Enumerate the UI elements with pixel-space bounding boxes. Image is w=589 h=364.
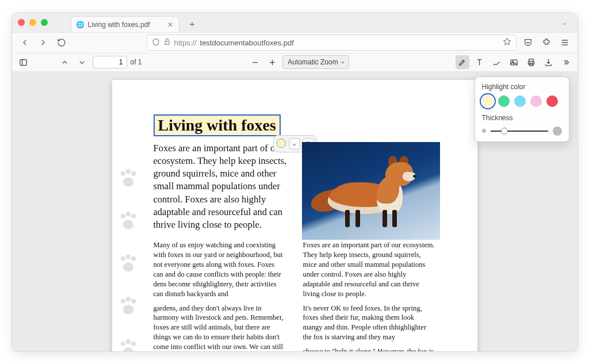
close-window-button[interactable] xyxy=(18,19,25,26)
pocket-icon[interactable] xyxy=(521,36,535,49)
thickness-label: Thickness xyxy=(482,114,562,122)
navigation-toolbar: https://testdocumentaboutfoxes.pdf xyxy=(12,33,577,53)
more-tools-button[interactable] xyxy=(559,55,573,69)
svg-point-16 xyxy=(125,254,130,258)
svg-point-26 xyxy=(123,347,133,351)
image-tool-button[interactable] xyxy=(507,55,521,69)
tabs-overflow-button[interactable]: ⌄ xyxy=(557,19,572,26)
svg-point-22 xyxy=(123,305,133,315)
pdf-toolbar: of 1 Automatic Zoom xyxy=(12,53,577,72)
sidebar-toggle-button[interactable] xyxy=(17,55,30,69)
body-paragraph: It's never OK to feed foxes. In the spri… xyxy=(303,304,435,343)
extensions-icon[interactable] xyxy=(540,36,553,49)
highlight-tool-button[interactable] xyxy=(456,55,469,69)
next-page-button[interactable] xyxy=(75,55,89,69)
body-paragraph: Many of us enjoy watching and coexisting… xyxy=(154,240,286,298)
svg-point-10 xyxy=(123,177,133,187)
maximize-window-button[interactable] xyxy=(41,19,48,26)
color-swatch-green[interactable] xyxy=(498,95,510,107)
svg-point-23 xyxy=(120,341,125,346)
color-swatch-blue[interactable] xyxy=(514,95,526,107)
svg-point-18 xyxy=(123,262,133,272)
prev-page-button[interactable] xyxy=(58,55,72,69)
svg-point-19 xyxy=(120,298,125,303)
forward-button[interactable] xyxy=(36,36,50,49)
url-prefix: https:// xyxy=(174,39,197,47)
svg-point-21 xyxy=(131,298,136,303)
svg-point-13 xyxy=(131,213,136,218)
highlight-settings-popover: Highlight color Thickness xyxy=(475,76,569,142)
thickness-slider-thumb[interactable] xyxy=(501,128,508,135)
window-controls xyxy=(18,19,48,26)
color-swatch-red[interactable] xyxy=(546,95,558,107)
thickness-slider[interactable] xyxy=(491,131,548,132)
svg-rect-0 xyxy=(165,41,169,44)
body-paragraph: Foxes are an important part of our ecosy… xyxy=(303,240,435,298)
menu-icon[interactable] xyxy=(558,36,572,49)
text-tool-button[interactable] xyxy=(473,55,487,69)
shield-icon xyxy=(152,38,160,48)
lock-icon xyxy=(163,38,171,47)
zoom-out-button[interactable] xyxy=(248,55,262,69)
fox-photo xyxy=(302,142,440,240)
svg-point-8 xyxy=(125,168,130,173)
highlight-color-dropdown[interactable]: ⌄ xyxy=(289,138,300,150)
new-tab-button[interactable]: ＋ xyxy=(184,16,200,32)
tab-title: Living with foxes.pdf xyxy=(88,21,150,29)
svg-point-7 xyxy=(120,171,125,175)
color-swatch-pink[interactable] xyxy=(530,95,542,107)
svg-point-11 xyxy=(120,213,125,218)
page-count-label: of 1 xyxy=(131,58,142,66)
intro-paragraph: Foxes are an important part of our ecosy… xyxy=(154,142,292,232)
body-paragraph: choose to "help it along." However, the … xyxy=(303,347,435,351)
svg-point-25 xyxy=(131,341,136,346)
globe-icon: 🌐 xyxy=(76,21,85,29)
print-button[interactable] xyxy=(525,55,538,69)
draw-tool-button[interactable] xyxy=(490,55,504,69)
url-bar[interactable]: https://testdocumentaboutfoxes.pdf xyxy=(147,35,517,51)
svg-point-20 xyxy=(125,296,130,301)
back-button[interactable] xyxy=(18,36,32,49)
reload-button[interactable] xyxy=(55,36,68,49)
thickness-max-icon xyxy=(553,127,562,136)
highlight-color-label: Highlight color xyxy=(482,83,562,91)
body-paragraph: gardens, and they don't always live in h… xyxy=(154,304,286,351)
thickness-slider-row xyxy=(482,127,562,136)
svg-point-17 xyxy=(131,256,136,260)
minimize-window-button[interactable] xyxy=(29,19,36,26)
svg-point-24 xyxy=(125,339,130,343)
save-button[interactable] xyxy=(542,55,556,69)
svg-point-15 xyxy=(120,256,125,260)
page-number-input[interactable] xyxy=(93,56,127,68)
svg-point-12 xyxy=(125,211,130,216)
browser-tab[interactable]: 🌐 Living with foxes.pdf ✕ xyxy=(71,16,179,32)
document-title-highlighted[interactable]: Living with foxes xyxy=(154,114,281,136)
browser-window: 🌐 Living with foxes.pdf ✕ ＋ ⌄ https://te… xyxy=(12,13,578,352)
zoom-select[interactable]: Automatic Zoom xyxy=(282,55,349,69)
svg-point-9 xyxy=(131,171,136,175)
highlight-color-swatch[interactable] xyxy=(277,139,286,148)
svg-point-14 xyxy=(123,220,133,229)
url-host: testdocumentaboutfoxes.pdf xyxy=(200,39,294,47)
pdf-page: Living with foxes ⌄ 🗑 Foxes are an impor… xyxy=(112,80,477,351)
svg-rect-1 xyxy=(20,59,26,65)
highlight-color-swatches xyxy=(482,95,562,107)
color-swatch-yellow[interactable] xyxy=(482,95,494,107)
zoom-in-button[interactable] xyxy=(265,55,279,69)
thickness-min-icon xyxy=(482,129,486,133)
close-tab-button[interactable]: ✕ xyxy=(166,21,174,29)
titlebar: 🌐 Living with foxes.pdf ✕ ＋ ⌄ xyxy=(12,13,577,33)
pawprint-decoration xyxy=(116,166,141,351)
bookmark-star-icon[interactable] xyxy=(503,37,511,48)
